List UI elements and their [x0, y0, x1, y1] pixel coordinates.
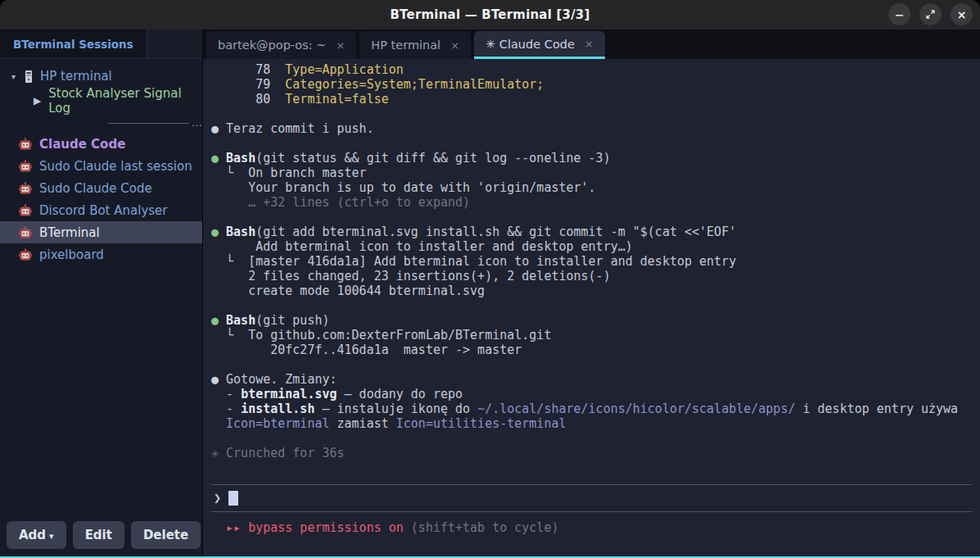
terminal-text-segment: 79 — [211, 77, 285, 92]
terminal-line: ● Bash(git status && git diff && git log… — [211, 151, 972, 166]
robot-icon — [19, 226, 32, 239]
ellipsis-icon: … — [192, 121, 202, 125]
minimize-button[interactable]: − — [888, 3, 910, 25]
computer-icon — [24, 70, 34, 84]
tree-item-stock-analyser-log[interactable]: ▶ Stock Analyser Signal Log — [0, 90, 202, 111]
robot-icon — [19, 160, 32, 173]
terminal-line: ● Teraz commit i push. — [211, 121, 972, 136]
terminal-text-segment: 80 — [211, 92, 285, 107]
divider-line — [108, 123, 189, 124]
sidebar-action-button[interactable]: Add▾ — [7, 521, 66, 549]
title-bar: BTerminal — BTerminal [3/3] − × — [0, 0, 980, 29]
tab[interactable]: bartek@pop-os: ~ × — [206, 31, 356, 59]
permissions-status: ▸▸ bypass permissions on (shift+tab to c… — [211, 520, 972, 535]
session-label: BTerminal — [39, 225, 100, 240]
terminal-line — [211, 298, 972, 313]
terminal-text-segment: Bash — [226, 151, 255, 166]
close-icon: × — [957, 9, 967, 20]
terminal-text-segment: 20fc27f..416da1a master -> master — [211, 343, 522, 357]
terminal-text-segment: Gotowe. Zmiany: — [219, 372, 337, 387]
sidebar-session-item[interactable]: Sudo Claude last session — [0, 155, 202, 177]
tab-label: HP terminal — [371, 39, 440, 52]
tab-close-icon[interactable]: × — [336, 39, 345, 52]
window-title: BTerminal — BTerminal [3/3] — [390, 7, 589, 22]
terminal-text-segment: (git add bterminal.svg install.sh && git… — [255, 225, 736, 239]
terminal-line: - bterminal.svg — dodany do repo — [211, 387, 972, 401]
terminal-text-segment: Your branch is up to date with 'origin/m… — [211, 180, 596, 195]
terminal-text-segment: └ [master 416da1a] Add bterminal icon to… — [211, 254, 736, 269]
terminal-text-segment: └ To github.com:DexterFromLab/BTerminal.… — [211, 328, 551, 343]
tree-item-label: HP terminal — [40, 69, 112, 84]
terminal-text-segment: Terminal=false — [285, 92, 388, 107]
terminal-line: 78 Type=Application — [211, 62, 972, 77]
sidebar-session-item[interactable]: Sudo Claude Code — [0, 177, 202, 199]
chevron-down-icon[interactable]: ▾ — [8, 72, 19, 81]
terminal-text-segment: zamiast — [330, 416, 396, 431]
prompt-icon: ❯ — [214, 491, 221, 506]
terminal-text-segment: └ On branch master — [211, 166, 367, 180]
sidebar-divider: … — [0, 116, 202, 129]
sidebar-header-label: BTerminal Sessions — [13, 38, 133, 51]
minimize-icon: − — [895, 9, 905, 20]
terminal-text-segment: bterminal.svg — [241, 387, 336, 401]
terminal-text-segment — [404, 520, 411, 535]
terminal-line: ✳ Crunched for 36s — [211, 446, 972, 460]
window-controls: − × — [888, 3, 973, 25]
terminal-text-segment: bypass permissions on — [248, 520, 404, 535]
terminal-line: 20fc27f..416da1a master -> master — [211, 343, 972, 357]
terminal-line — [211, 210, 972, 225]
terminal-text-segment: ● — [211, 225, 219, 239]
sidebar-header-tab[interactable]: BTerminal Sessions — [0, 29, 147, 58]
terminal-line: └ [master 416da1a] Add bterminal icon to… — [211, 254, 972, 269]
close-button[interactable]: × — [951, 3, 973, 25]
sidebar-session-item[interactable]: Claude Code — [0, 133, 202, 155]
terminal-text-segment: i desktop entry używa — [795, 401, 958, 416]
tab-close-icon[interactable]: × — [585, 38, 594, 50]
terminal-line: ● Bash(git push) — [211, 313, 972, 328]
button-label: Edit — [85, 528, 112, 542]
session-label: pixelboard — [39, 247, 104, 262]
terminal-text-segment: Teraz commit i push. — [219, 121, 374, 136]
terminal-line — [211, 136, 972, 151]
robot-icon — [19, 204, 32, 217]
terminal-text-segment: — dodany do repo — [337, 387, 463, 401]
sidebar-header: BTerminal Sessions — [0, 29, 202, 59]
play-icon: ▶ — [34, 95, 41, 107]
terminal-line: Icon=bterminal zamiast Icon=utilities-te… — [211, 416, 972, 431]
sidebar-header-fill — [147, 29, 202, 58]
app-window: BTerminal — BTerminal [3/3] − × BTermina… — [0, 0, 980, 558]
button-label: Add — [19, 528, 46, 542]
maximize-button[interactable] — [919, 3, 942, 25]
terminal-line: Your branch is up to date with 'origin/m… — [211, 180, 972, 195]
main-area: BTerminal Sessions ▾ HP terminal ▶ Stock… — [0, 29, 980, 556]
terminal-pane[interactable]: 78 Type=Application 79 Categories=System… — [203, 59, 980, 556]
tab[interactable]: ✳ Claude Code × — [474, 31, 605, 59]
sidebar-action-button[interactable]: Edit — [73, 521, 124, 549]
terminal-text-segment: … +32 lines (ctrl+o to expand) — [211, 195, 470, 210]
sidebar-session-item[interactable]: pixelboard — [0, 243, 202, 265]
terminal-text-segment: ● — [211, 372, 219, 387]
terminal-text-segment: Categories=System;TerminalEmulator; — [285, 77, 544, 92]
terminal-line: 79 Categories=System;TerminalEmulator; — [211, 77, 972, 92]
sidebar-session-item[interactable]: BTerminal — [0, 221, 202, 243]
terminal-input[interactable]: ❯ — [211, 484, 972, 512]
terminal-line — [211, 107, 972, 121]
terminal-text-segment: ▸▸ — [211, 520, 248, 535]
terminal-line: … +32 lines (ctrl+o to expand) — [211, 195, 972, 210]
tree-item-hp-terminal[interactable]: ▾ HP terminal — [0, 66, 202, 87]
sidebar-action-button[interactable]: Delete — [131, 521, 201, 549]
terminal-text-segment: Type=Application — [285, 62, 404, 77]
terminal-text-segment: Icon=utilities-terminal — [396, 416, 567, 431]
maximize-icon — [925, 9, 936, 20]
terminal-output: 78 Type=Application 79 Categories=System… — [211, 62, 972, 460]
content-area: bartek@pop-os: ~ × HP terminal × ✳ Claud… — [203, 29, 980, 556]
sidebar-session-item[interactable]: Discord Bot Analyser — [0, 199, 202, 221]
terminal-line: Add bterminal icon to installer and desk… — [211, 239, 972, 254]
tree-item-label: Stock Analyser Signal Log — [48, 86, 202, 116]
robot-icon — [19, 248, 32, 261]
tab[interactable]: HP terminal × — [359, 31, 471, 59]
terminal-text-segment — [219, 151, 226, 166]
sidebar-buttons: Add▾EditDelete — [0, 514, 202, 556]
terminal-text-segment: - — [211, 401, 241, 416]
tab-close-icon[interactable]: × — [450, 39, 459, 52]
